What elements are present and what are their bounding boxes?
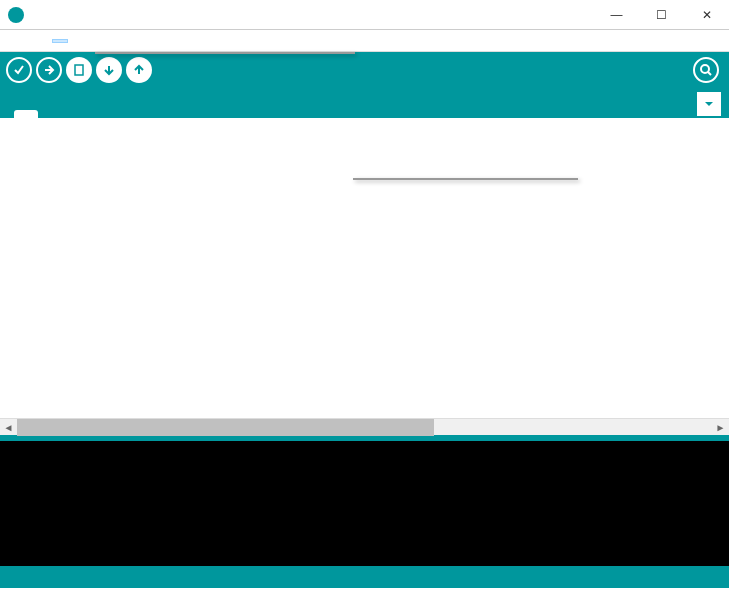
scroll-right-icon[interactable]: ► (712, 419, 729, 436)
sketch-tab[interactable] (14, 110, 38, 118)
verify-button[interactable] (6, 57, 32, 83)
minimize-button[interactable]: — (594, 0, 639, 30)
menu-help[interactable] (68, 39, 84, 43)
output-console[interactable] (0, 441, 729, 566)
svg-rect-0 (75, 65, 83, 75)
arduino-app-icon (8, 7, 24, 23)
menu-tools[interactable] (52, 39, 68, 43)
serial-monitor-button[interactable] (693, 57, 719, 83)
upload-button[interactable] (36, 57, 62, 83)
tab-menu-button[interactable] (697, 92, 721, 116)
new-button[interactable] (66, 57, 92, 83)
maximize-button[interactable]: ☐ (639, 0, 684, 30)
toolbar (0, 52, 729, 88)
scroll-thumb[interactable] (17, 419, 434, 436)
scroll-track[interactable] (17, 419, 712, 436)
menu-file[interactable] (4, 39, 20, 43)
menu-edit[interactable] (20, 39, 36, 43)
status-bar (0, 566, 729, 588)
window-controls: — ☐ ✕ (594, 0, 729, 30)
save-button[interactable] (126, 57, 152, 83)
boards-submenu (353, 178, 578, 180)
horizontal-scrollbar[interactable]: ◄ ► (0, 418, 729, 435)
window-titlebar: — ☐ ✕ (0, 0, 729, 30)
svg-point-1 (701, 65, 709, 73)
menu-sketch[interactable] (36, 39, 52, 43)
open-button[interactable] (96, 57, 122, 83)
code-editor[interactable] (0, 118, 729, 418)
scroll-left-icon[interactable]: ◄ (0, 419, 17, 436)
tools-dropdown (95, 52, 355, 54)
tab-bar (0, 88, 729, 118)
close-button[interactable]: ✕ (684, 0, 729, 30)
menubar (0, 30, 729, 52)
